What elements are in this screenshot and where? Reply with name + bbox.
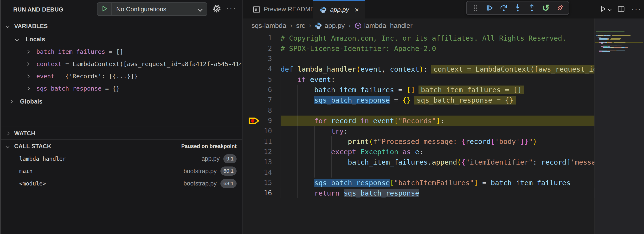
breadcrumb-item-src[interactable]: src <box>296 22 305 29</box>
inline-debug-value: context = LambdaContext([aws_request_id=… <box>431 65 594 74</box>
minimap-code-segment <box>606 35 607 36</box>
minimap-code-segment <box>612 42 612 43</box>
minimap-inline-value-segment <box>610 39 620 40</box>
minimap-inline-value-segment <box>611 38 621 39</box>
code-text: try: <box>280 127 348 135</box>
frame-position-badge: 9:1 <box>223 154 236 163</box>
breadcrumb-separator: › <box>290 22 292 29</box>
minimap-code-segment <box>604 46 608 47</box>
line-number[interactable]: 7 <box>243 96 272 104</box>
variable-row-sqs_batch_response[interactable]: sqs_batch_response = {} <box>1 82 242 95</box>
code-line-15: 15 sqs_batch_response["batchItemFailures… <box>243 178 594 188</box>
group-label: Globals <box>20 98 42 105</box>
watch-section-header[interactable]: WATCH <box>1 128 242 139</box>
call-stack-frame[interactable]: <module>bootstrap.py63:1 <box>1 177 242 190</box>
code-line-4: 4def lambda_handler(event, context):cont… <box>243 64 594 74</box>
line-number[interactable]: 14 <box>243 168 272 176</box>
minimap-code-segment <box>622 47 625 48</box>
minimap-code-segment <box>608 39 609 40</box>
line-number[interactable]: 15 <box>243 179 272 187</box>
code-line-13: 13 batch_item_failures.append({"itemIden… <box>243 157 594 167</box>
minimap-code-segment <box>602 51 610 52</box>
line-number[interactable]: 5 <box>243 75 272 83</box>
chevron-right-icon <box>9 100 13 103</box>
section-divider <box>1 127 242 127</box>
run-icon <box>599 5 606 13</box>
breadcrumb-item-app.py[interactable]: app.py <box>315 22 344 29</box>
breadcrumb-separator: › <box>309 22 311 29</box>
disconnect-button[interactable] <box>555 3 565 13</box>
line-number[interactable]: 11 <box>243 137 272 145</box>
step-out-button[interactable] <box>526 3 537 13</box>
tab-app-py[interactable]: app.py × <box>313 0 365 18</box>
line-number[interactable]: 12 <box>243 148 272 156</box>
line-number[interactable]: 1 <box>243 34 272 42</box>
start-debug-icon[interactable] <box>98 3 112 15</box>
debug-settings-button[interactable] <box>210 3 223 15</box>
minimap-code-segment <box>599 42 601 43</box>
minimap[interactable] <box>594 18 644 234</box>
line-number[interactable]: 8 <box>243 107 272 114</box>
minimap-code-segment <box>604 42 605 43</box>
variable-row-batch_item_failures[interactable]: batch_item_failures = [] <box>1 46 242 58</box>
line-number[interactable]: 4 <box>243 65 272 73</box>
breadcrumb-item-sqs-lambda[interactable]: sqs-lambda <box>252 22 286 29</box>
minimap-code-segment <box>607 50 615 50</box>
code-line-2: 2# SPDX-License-Identifier: Apache-2.0 <box>243 43 594 54</box>
line-number[interactable]: 6 <box>243 86 272 94</box>
split-editor-button[interactable] <box>617 5 625 13</box>
frame-position-badge: 63:1 <box>220 179 236 188</box>
line-number[interactable]: 16 <box>243 189 272 197</box>
chevron-right-icon[interactable] <box>23 63 32 65</box>
python-icon <box>320 6 327 13</box>
breadcrumb[interactable]: sqs-lambda›src›app.py›lambda_handler <box>252 18 412 33</box>
call-stack-frame[interactable]: lambda_handlerapp.py9:1 <box>1 153 242 165</box>
step-into-button[interactable] <box>512 3 523 13</box>
minimap-code-segment <box>598 35 604 36</box>
editor-tab-bar: Preview README.md app.py × ··· <box>243 0 644 18</box>
split-editor-icon <box>617 5 625 13</box>
restart-button[interactable]: ↺ <box>540 3 551 13</box>
variables-group-globals[interactable]: Globals <box>1 96 242 107</box>
variable-row-event[interactable]: event = {'Records': [{...}]} <box>1 70 242 82</box>
variables-section-header[interactable]: VARIABLES <box>1 21 242 32</box>
line-number[interactable]: 10 <box>243 127 272 135</box>
minimap-code-segment <box>621 47 622 48</box>
chevron-right-icon <box>6 131 10 135</box>
panel-title: RUN AND DEBUG <box>13 6 63 13</box>
code-text: return sqs_batch_response <box>280 189 419 197</box>
variables-group-locals[interactable]: Locals <box>1 33 242 45</box>
run-and-debug-panel: RUN AND DEBUG No Configurations ··· VARI… <box>0 0 242 234</box>
continue-button[interactable] <box>484 3 495 13</box>
call-stack-section-header[interactable]: CALL STACK Paused on breakpoint <box>1 141 242 152</box>
line-number[interactable]: 3 <box>243 55 272 63</box>
step-over-button[interactable] <box>498 3 509 13</box>
call-stack-frame[interactable]: mainbootstrap.py60:1 <box>1 165 242 177</box>
chevron-right-icon[interactable] <box>23 87 32 90</box>
minimap-code-segment <box>602 43 602 44</box>
minimap-code-segment <box>601 37 602 37</box>
run-python-file-button[interactable] <box>599 5 611 13</box>
variable-row-context[interactable]: context = LambdaContext([aws_request_id=… <box>1 58 242 70</box>
line-number[interactable]: 2 <box>243 44 272 52</box>
close-tab-icon[interactable]: × <box>355 6 359 14</box>
breadcrumb-item-lambda_handler[interactable]: lambda_handler <box>354 22 412 29</box>
line-number[interactable]: 13 <box>243 158 272 166</box>
variable-text: event = {'Records': [{...}]} <box>36 73 241 80</box>
chevron-right-icon[interactable] <box>23 75 32 78</box>
editor-more-actions-button[interactable]: ··· <box>631 4 642 14</box>
breadcrumb-label: sqs-lambda <box>252 22 286 29</box>
minimap-code-segment <box>607 35 610 36</box>
chevron-right-icon[interactable] <box>23 50 32 53</box>
code-text: if event: <box>280 75 335 84</box>
current-line-breakpoint-icon[interactable] <box>248 116 262 127</box>
code-editor[interactable]: 1# Copyright Amazon.com, Inc. or its aff… <box>243 33 594 234</box>
debug-configuration-select[interactable]: No Configurations <box>97 2 207 16</box>
group-label: Locals <box>26 36 45 43</box>
paused-status-text: Paused on breakpoint <box>181 143 236 149</box>
debug-toolbar-drag-handle[interactable] <box>470 3 481 13</box>
panel-more-actions-button[interactable]: ··· <box>224 2 238 14</box>
minimap-code-segment <box>599 39 607 40</box>
minimap-code-segment <box>605 42 608 43</box>
minimap-code-segment <box>599 37 601 37</box>
